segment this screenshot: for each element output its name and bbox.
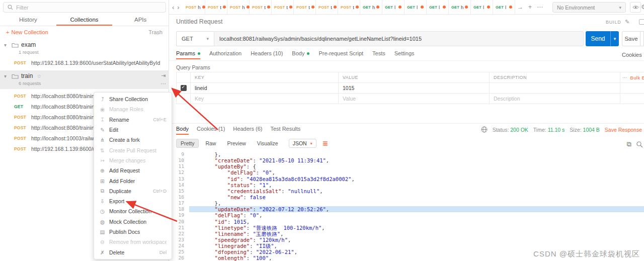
request-tab[interactable]: POSTt	[338, 0, 360, 14]
new-collection-button[interactable]: + New Collection	[6, 29, 48, 35]
menu-item-rename[interactable]: ⌶RenameCtrl+E	[94, 115, 172, 125]
request-tab[interactable]: POSTh	[183, 0, 205, 14]
param-description-placeholder[interactable]: Description	[489, 94, 620, 104]
menu-item-create-a-fork[interactable]: ⋔Create a fork	[94, 135, 172, 145]
tab-pre-request-script[interactable]: Pre-request Script	[318, 50, 363, 58]
add-tab-button[interactable]: +	[528, 4, 532, 11]
response-tab-body[interactable]: Body	[176, 126, 189, 135]
view-tab-visualize[interactable]: Visualize	[253, 139, 283, 148]
send-button[interactable]: Send	[586, 31, 610, 46]
menu-item-add-folder[interactable]: ⊞Add Folder	[94, 176, 172, 186]
sidebar-tab-apis[interactable]: APIs	[112, 14, 169, 26]
request-tab[interactable]: GETh	[360, 0, 382, 14]
request-tab[interactable]: POSTt	[294, 0, 316, 14]
edit-icon[interactable]: ✎	[625, 19, 629, 25]
param-checkbox-checked[interactable]	[181, 85, 187, 91]
menu-item-edit[interactable]: ✎Edit	[94, 125, 172, 135]
response-tab-cookies-1[interactable]: Cookies (1)	[197, 126, 225, 134]
globe-icon[interactable]	[481, 126, 488, 133]
format-selector[interactable]: JSON▾	[289, 139, 316, 148]
favorite-star-icon[interactable]: ☆	[37, 73, 41, 79]
open-in-tab-icon[interactable]: ⇥	[161, 72, 166, 78]
method-value: GET	[182, 36, 193, 42]
tab-body[interactable]: Body	[292, 50, 309, 58]
pull-request-icon: ⇅	[99, 147, 106, 153]
environment-selector[interactable]: No Environment ▾	[552, 2, 626, 13]
request-tab[interactable]: GETl	[405, 0, 427, 14]
tab-more-options-icon[interactable]: ⋯	[537, 4, 543, 11]
request-tab[interactable]: POSTt	[250, 0, 272, 14]
menu-item-duplicate[interactable]: ⧉DuplicateCtrl+D	[94, 186, 172, 196]
sidebar-tab-history[interactable]: History	[0, 14, 56, 26]
chevron-down-icon[interactable]: ▾	[4, 73, 9, 79]
trash-button[interactable]: Trash	[148, 29, 163, 35]
view-tab-raw[interactable]: Raw	[201, 139, 220, 148]
open-new-tab-icon[interactable]: →	[517, 4, 523, 11]
menu-item-label: Rename	[109, 117, 129, 123]
tab-headers-10[interactable]: Headers (10)	[251, 50, 283, 58]
tab-params[interactable]: Params	[176, 50, 200, 59]
request-tab[interactable]: POSTt	[316, 0, 338, 14]
copy-icon[interactable]: ⧉	[627, 140, 631, 148]
response-tab-headers-6[interactable]: Headers (6)	[233, 126, 262, 134]
save-options-caret[interactable]	[640, 31, 644, 46]
save-response-button[interactable]: Save Response	[605, 127, 642, 133]
request-tab[interactable]: GETl	[427, 0, 449, 14]
param-value-cell[interactable]: 1015	[338, 83, 489, 93]
send-options-caret[interactable]: ▾	[610, 31, 619, 46]
cookies-link[interactable]: Cookies	[622, 52, 642, 58]
time-value: 11.10 s	[548, 127, 565, 133]
view-tab-pretty[interactable]: Pretty	[176, 139, 199, 148]
url-input[interactable]	[214, 31, 584, 46]
params-more-options-icon[interactable]: ⋯	[622, 75, 627, 80]
request-tab[interactable]: GETl	[493, 0, 515, 14]
menu-item-add-request[interactable]: ⊕Add Request	[94, 165, 172, 176]
table-placeholder-row: Key Value Description	[176, 94, 644, 104]
request-tab[interactable]: GETh	[449, 0, 471, 14]
wrap-lines-icon[interactable]: ≣	[323, 139, 329, 147]
save-button[interactable]: Save	[622, 31, 640, 46]
column-header-value: VALUE	[338, 72, 489, 82]
collection-exam[interactable]: ▾ exam 1 request	[0, 39, 169, 57]
bulk-edit-button[interactable]: Bulk Edit	[630, 75, 644, 80]
request-item[interactable]: POSThttp://192.168.1.139:8600/userStatAb…	[0, 57, 169, 68]
comment-icon[interactable]	[639, 19, 644, 25]
request-tab[interactable]: POSTh	[227, 0, 250, 14]
search-response-icon[interactable]	[636, 141, 643, 148]
unsaved-dot	[356, 6, 359, 9]
collection-meta: 1 request	[19, 49, 165, 55]
collection-train[interactable]: ▾ train ☆ 6 requests ⇥ ⋯	[0, 70, 169, 89]
request-tab[interactable]: POSTt	[205, 0, 227, 14]
menu-item-monitor-collection[interactable]: ◷Monitor Collection	[94, 206, 172, 216]
request-tab[interactable]: GETl	[382, 0, 405, 14]
menu-item-label: Add Folder	[109, 178, 135, 184]
menu-item-mock-collection[interactable]: ◍Mock Collection	[94, 217, 172, 227]
tab-tests[interactable]: Tests	[372, 50, 385, 58]
tab-settings[interactable]: Settings	[394, 50, 415, 58]
chevron-down-icon[interactable]: ▾	[4, 42, 9, 48]
request-tab[interactable]: GETl	[471, 0, 493, 14]
method-selector[interactable]: GET ▾	[176, 31, 214, 46]
forward-icon[interactable]: ›	[177, 4, 179, 11]
back-icon[interactable]: ‹	[172, 4, 174, 11]
tab-authorization[interactable]: Authorization	[209, 50, 242, 58]
menu-item-publish-docs[interactable]: ▤Publish Docs	[94, 227, 172, 237]
param-key-cell[interactable]: lineid	[190, 83, 338, 93]
response-tab-test-results[interactable]: Test Results	[270, 126, 300, 134]
settings-icon[interactable]: ⚙	[641, 3, 644, 11]
menu-item-export[interactable]: ⇩Export	[94, 196, 172, 206]
view-tab-preview[interactable]: Preview	[222, 139, 250, 148]
main-pane: ‹ › POSThPOSTtPOSThPOSTtPOSTtPOSTtPOSTtP…	[169, 0, 644, 261]
param-value-placeholder[interactable]: Value	[338, 94, 489, 104]
filter-input[interactable]: Filter	[3, 2, 166, 13]
line-number: 20	[169, 219, 189, 225]
more-options-icon[interactable]: ⋯	[160, 80, 166, 86]
environment-quick-look-button[interactable]	[630, 2, 641, 13]
request-tab[interactable]: POSTt	[272, 0, 294, 14]
menu-item-share-collection[interactable]: ⤴Share Collection	[94, 94, 172, 104]
sidebar-tab-collections[interactable]: Collections	[56, 14, 113, 26]
menu-item-delete[interactable]: ✗DeleteDel	[94, 247, 172, 257]
param-key-placeholder[interactable]: Key	[190, 94, 338, 104]
tab-label: h	[198, 5, 200, 10]
param-description-cell[interactable]	[489, 83, 620, 93]
